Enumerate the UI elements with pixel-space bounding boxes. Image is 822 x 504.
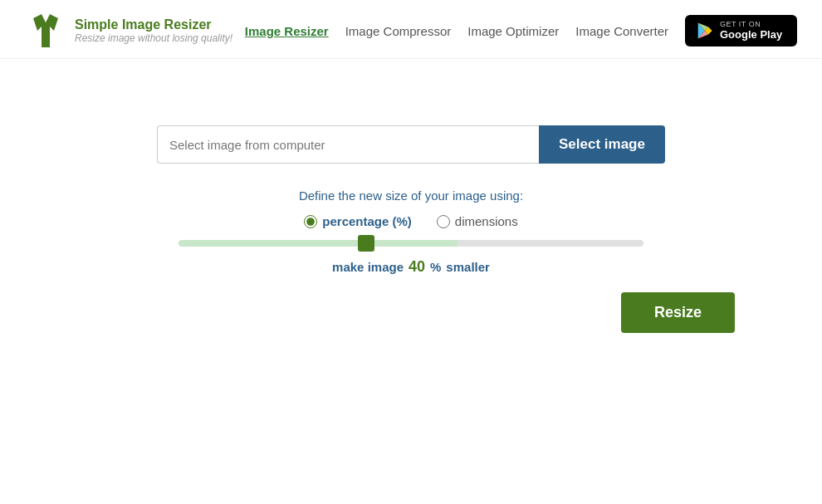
resize-button[interactable]: Resize <box>621 292 735 333</box>
logo-subtitle: Resize image without losing quality! <box>75 32 232 44</box>
radio-group: percentage (%) dimensions <box>304 214 517 228</box>
size-options: Define the new size of your image using:… <box>179 188 643 276</box>
make-image-prefix: make image <box>332 260 404 274</box>
select-image-button[interactable]: Select image <box>539 125 665 164</box>
radio-percentage[interactable] <box>304 215 317 228</box>
nav-image-optimizer[interactable]: Image Optimizer <box>467 24 559 38</box>
nav-image-converter[interactable]: Image Converter <box>575 24 668 38</box>
radio-dimensions[interactable] <box>437 215 450 228</box>
radio-dimensions-label[interactable]: dimensions <box>437 214 518 228</box>
header: Simple Image Resizer Resize image withou… <box>0 0 822 59</box>
nav-area: Image Resizer Image Compressor Image Opt… <box>245 15 797 46</box>
google-play-icon <box>695 22 713 40</box>
define-text: Define the new size of your image using: <box>299 188 523 203</box>
logo-title: Simple Image Resizer <box>75 17 232 32</box>
file-path-input[interactable] <box>157 125 539 164</box>
logo-icon <box>25 10 66 51</box>
file-input-row: Select image <box>157 125 665 164</box>
logo-area: Simple Image Resizer Resize image withou… <box>25 10 232 51</box>
dimensions-text: dimensions <box>455 214 518 228</box>
resize-slider[interactable] <box>179 240 643 247</box>
make-image-suffix: smaller <box>446 260 490 274</box>
radio-percentage-label[interactable]: percentage (%) <box>304 214 412 228</box>
nav-image-compressor[interactable]: Image Compressor <box>345 24 452 38</box>
percentage-unit: % <box>430 260 441 274</box>
play-text: GET IT ON Google Play <box>720 20 782 42</box>
make-image-row: make image 40 % smaller <box>332 258 490 276</box>
logo-text: Simple Image Resizer Resize image withou… <box>75 17 232 44</box>
resize-button-container: Resize <box>87 292 735 333</box>
google-play-button[interactable]: GET IT ON Google Play <box>685 15 797 46</box>
percentage-display: 40 <box>409 258 425 276</box>
main-content: Select image Define the new size of your… <box>0 59 822 366</box>
percentage-text: percentage (%) <box>322 214 412 228</box>
nav-image-resizer[interactable]: Image Resizer <box>245 24 329 38</box>
svg-marker-0 <box>33 14 58 47</box>
